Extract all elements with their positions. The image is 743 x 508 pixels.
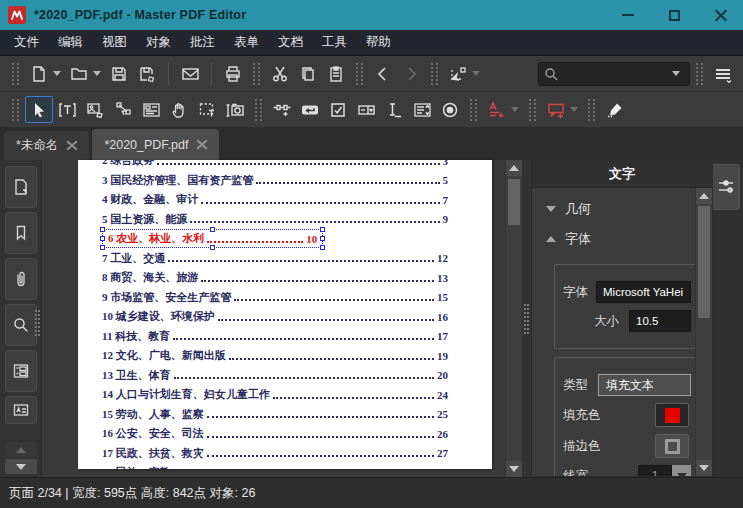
section-geometry[interactable]: 几何	[532, 194, 695, 224]
radiobutton-tool-button[interactable]	[436, 96, 464, 123]
document-scrollbar[interactable]	[505, 160, 522, 477]
selection-handle-br[interactable]	[320, 245, 325, 250]
select-tool-button[interactable]	[25, 96, 53, 123]
page-thumbnails-button[interactable]	[5, 166, 37, 208]
open-file-dropdown-icon[interactable]	[93, 71, 101, 76]
toolbar-drag-handle[interactable]	[588, 99, 595, 121]
back-button[interactable]	[369, 60, 397, 87]
toc-row[interactable]: 5 国土资源、能源9	[102, 210, 448, 230]
print-button[interactable]	[219, 60, 247, 87]
toolbar-drag-handle[interactable]	[696, 63, 703, 85]
properties-panel-button[interactable]	[5, 396, 37, 424]
font-size-input[interactable]: 10.5	[629, 310, 691, 332]
menu-item-1[interactable]: 编辑	[58, 34, 83, 51]
edit-forms-tool-button[interactable]	[137, 96, 165, 123]
save-button[interactable]	[105, 60, 133, 87]
paint-type-select[interactable]: 填充文本	[598, 374, 691, 396]
select-area-tool-button[interactable]	[193, 96, 221, 123]
toolbar-drag-handle[interactable]	[253, 63, 260, 85]
toc-row[interactable]: 16 公安、安全、司法26	[102, 424, 448, 444]
pushbutton-tool-button[interactable]	[296, 96, 324, 123]
toc-row[interactable]: 12 文化、广电、新闻出版19	[102, 346, 448, 366]
tab-close-icon[interactable]	[196, 139, 207, 150]
search-input[interactable]	[558, 67, 672, 81]
toolbar-drag-handle[interactable]	[431, 63, 438, 85]
toolbar-drag-handle[interactable]	[470, 99, 477, 121]
form-fields-panel-button[interactable]	[5, 350, 37, 392]
toc-row[interactable]: 3 国民经济管理、国有资产监管5	[102, 171, 448, 191]
sticky-note-tool-button[interactable]	[542, 96, 570, 123]
edit-image-tool-button[interactable]	[81, 96, 109, 123]
main-menu-button[interactable]	[709, 60, 737, 87]
sidebar-splitter-grip[interactable]	[35, 310, 40, 336]
menu-item-7[interactable]: 工具	[322, 34, 347, 51]
toolbar-drag-handle[interactable]	[529, 99, 536, 121]
bookmarks-button[interactable]	[5, 212, 37, 254]
search-box[interactable]	[538, 62, 690, 86]
toc-row[interactable]: 4 财政、金融、审计7	[102, 190, 448, 210]
add-link-tool-button[interactable]	[268, 96, 296, 123]
toc-row[interactable]: 7 工业、交通12	[102, 249, 448, 269]
search-panel-button[interactable]	[5, 304, 37, 346]
hand-tool-button[interactable]	[165, 96, 193, 123]
marker-tool-button[interactable]	[601, 96, 629, 123]
new-document-button[interactable]	[25, 60, 53, 87]
font-family-select[interactable]: Microsoft YaHei	[596, 281, 691, 303]
email-button[interactable]	[176, 60, 204, 87]
sidebar-scroll-down-button[interactable]	[5, 459, 37, 474]
toc-row[interactable]: 11 科技、教育17	[102, 327, 448, 347]
save-as-button[interactable]	[133, 60, 161, 87]
toc-row[interactable]: 15 劳动、人事、监察25	[102, 405, 448, 425]
combobox-tool-button[interactable]	[352, 96, 380, 123]
doc-scroll-down-button[interactable]	[506, 461, 522, 477]
selection-handle-mr[interactable]	[320, 236, 325, 241]
toolbar-drag-handle[interactable]	[12, 99, 19, 121]
panel-scrollbar[interactable]	[695, 188, 712, 476]
sticky-note-dropdown-icon[interactable]	[570, 107, 578, 112]
selection-handle-tr[interactable]	[320, 227, 325, 232]
highlight-dropdown-icon[interactable]	[511, 107, 519, 112]
toc-row[interactable]: 14 人口与计划生育、妇女儿童工作24	[102, 385, 448, 405]
toc-row[interactable]: 10 城乡建设、环境保护16	[102, 307, 448, 327]
pdf-page[interactable]: 2 综合政务33 国民经济管理、国有资产监管54 财政、金融、审计75 国土资源…	[78, 160, 492, 469]
doc-scroll-up-button[interactable]	[506, 160, 522, 176]
document-tab-1[interactable]: *2020_PDF.pdf	[92, 129, 219, 160]
toc-row[interactable]: 8 商贸、海关、旅游13	[102, 268, 448, 288]
section-font[interactable]: 字体	[532, 224, 695, 254]
toc-row[interactable]: 2 综合政务3	[102, 160, 448, 171]
selection-handle-bm[interactable]	[210, 245, 215, 250]
menu-item-3[interactable]: 对象	[146, 34, 171, 51]
fill-color-button[interactable]	[655, 403, 689, 427]
selection-handle-bl[interactable]	[100, 245, 105, 250]
paste-button[interactable]	[322, 60, 350, 87]
camera-tool-button[interactable]	[221, 96, 249, 123]
line-width-dropdown-button[interactable]	[672, 465, 691, 476]
toolbar-drag-handle[interactable]	[356, 63, 363, 85]
copy-button[interactable]	[294, 60, 322, 87]
toolbar-drag-handle[interactable]	[255, 99, 262, 121]
maximize-button[interactable]	[651, 0, 697, 30]
menu-item-0[interactable]: 文件	[14, 34, 39, 51]
textfield-tool-button[interactable]	[380, 96, 408, 123]
line-width-input[interactable]: 1	[638, 465, 672, 476]
document-area[interactable]: 2 综合政务33 国民经济管理、国有资产监管54 财政、金融、审计75 国土资源…	[42, 160, 522, 477]
toc-row[interactable]: 18 民族、宗教28	[102, 463, 448, 469]
stroke-color-button[interactable]	[655, 434, 689, 458]
menu-item-4[interactable]: 批注	[190, 34, 215, 51]
snapshot-area-button[interactable]	[444, 60, 472, 87]
panel-toggle-tab[interactable]	[713, 164, 740, 210]
toc-row[interactable]: 17 民政、扶贫、救灾27	[102, 444, 448, 464]
panel-scroll-thumb[interactable]	[698, 206, 710, 318]
search-dropdown-icon[interactable]	[672, 71, 680, 76]
menu-item-8[interactable]: 帮助	[366, 34, 391, 51]
edit-path-tool-button[interactable]	[109, 96, 137, 123]
toc-row[interactable]: 6 农业、林业、水利10	[102, 229, 448, 249]
panel-scroll-track[interactable]	[696, 319, 712, 460]
forward-button[interactable]	[397, 60, 425, 87]
document-tab-0[interactable]: *未命名	[4, 131, 89, 160]
toolbar-drag-handle[interactable]	[12, 63, 19, 85]
close-button[interactable]	[697, 0, 743, 30]
doc-scroll-track[interactable]	[506, 226, 522, 461]
edit-text-tool-button[interactable]	[53, 96, 81, 123]
checkbox-tool-button[interactable]	[324, 96, 352, 123]
